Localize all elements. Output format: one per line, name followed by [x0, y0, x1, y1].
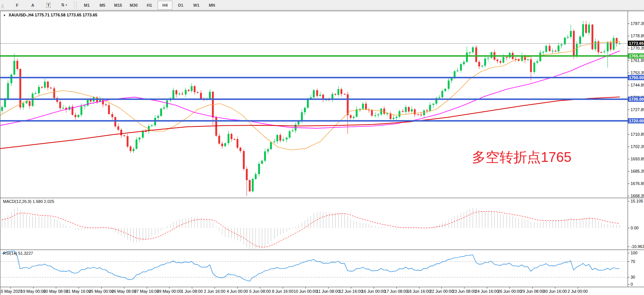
level-price-tag: 1720.00 [628, 118, 644, 123]
axis-tick-mark [628, 159, 629, 159]
symbol-ohlc-text: XAUUSD-,H4 1775.71 1776.58 1773.65 1773.… [9, 13, 98, 17]
axis-tick-mark [628, 284, 629, 285]
axis-tick-mark [628, 253, 629, 253]
axis-tick-mark [628, 48, 629, 48]
price-tick-label: 1693.85 [631, 157, 644, 161]
price-tick-label: 1761.85 [631, 58, 644, 63]
time-tick-mark [101, 287, 102, 289]
arrow-tool-button[interactable]: A [25, 1, 40, 10]
text-tool-button-icon: T [46, 3, 51, 8]
axis-tick-mark [628, 23, 629, 24]
time-tick-mark [555, 287, 555, 289]
macd-indicator-label: MACD(12,26,9) 1.680 2.025 [3, 199, 54, 204]
time-tick-mark [328, 287, 329, 289]
level-price-tag: 1765.00 [628, 53, 644, 59]
chart-text-annotation[interactable]: 多空转折点1765 [472, 148, 571, 167]
time-tick-mark [147, 287, 147, 289]
time-tick-label: 2 Jul 00:00 [563, 289, 592, 294]
time-tick-mark [351, 287, 351, 289]
axis-tick-mark [628, 277, 629, 277]
current-price-tag: 1773.65 [628, 41, 644, 46]
time-tick-mark [464, 287, 464, 289]
price-tick-label: 1676.85 [631, 181, 644, 186]
timeframe-button-h1[interactable]: H1 [142, 1, 157, 10]
main-chart-canvas[interactable] [0, 11, 628, 198]
time-tick-mark [33, 287, 34, 289]
toolbar-drag-grip[interactable]: ⣿ [1, 2, 8, 8]
price-tick-label: 1753.35 [631, 70, 644, 75]
macd-axis-zero-label: 0.00 [631, 226, 638, 230]
axis-tick-mark [628, 183, 629, 184]
timeframe-button-m30[interactable]: M30 [126, 1, 141, 10]
time-tick-mark [192, 287, 192, 289]
axis-tick-mark [628, 196, 629, 196]
arrow-style-button[interactable]: ⇅▾ [57, 1, 72, 10]
timeframe-button-m5[interactable]: M5 [95, 1, 110, 10]
time-tick-mark [237, 287, 238, 289]
timeframe-button-h4[interactable]: H4 [158, 1, 172, 10]
time-tick-mark [578, 287, 578, 289]
axis-tick-mark [628, 171, 629, 172]
text-tool-button[interactable]: T [41, 1, 56, 10]
axis-tick-mark [628, 110, 629, 110]
price-tick-label: 1727.85 [631, 107, 644, 112]
rsi-panel-separator-light [0, 250, 644, 250]
time-tick-mark [56, 287, 56, 289]
timeframe-button-mn[interactable]: MN [204, 1, 219, 10]
macd-panel-canvas[interactable] [0, 198, 628, 249]
time-tick-mark [441, 287, 442, 289]
rsi-indicator-label: RSI(14) 51.3227 [3, 251, 33, 255]
macd-panel-separator-light [0, 198, 644, 198]
rsi-axis-100-label: 100 [631, 251, 637, 255]
axis-tick-mark [628, 261, 629, 262]
axis-tick-mark [628, 201, 629, 201]
rsi-axis-30-label: 30 [631, 275, 635, 279]
top-toolbar: ⣿FAT⇅▾M1M5M15M30H1H4D1W1MN [0, 0, 644, 10]
price-tick-label: 1744.85 [631, 83, 644, 87]
axis-tick-mark [628, 73, 629, 73]
price-scale: 1787.351778.851770.351761.851753.351744.… [628, 11, 644, 287]
time-tick-mark [10, 287, 11, 289]
profiles-button[interactable]: F [10, 1, 25, 10]
price-tick-label: 1710.85 [631, 132, 644, 136]
axis-tick-mark [628, 134, 629, 135]
price-tick-label: 1778.85 [631, 34, 644, 38]
time-tick-mark [419, 287, 419, 289]
time-tick-mark [79, 287, 79, 289]
time-tick-mark [260, 287, 260, 289]
level-price-tag: 1735.00 [628, 97, 644, 102]
timeframe-button-m1[interactable]: M1 [79, 1, 94, 10]
time-tick-mark [396, 287, 397, 289]
rsi-axis-70-label: 70 [631, 259, 635, 264]
symbol-title[interactable]: ▼ XAUUSD-,H4 1775.71 1776.58 1773.65 177… [3, 13, 98, 17]
dropdown-caret-icon[interactable]: ▾ [66, 3, 67, 7]
rsi-panel-canvas[interactable] [0, 250, 628, 286]
price-tick-label: 1702.35 [631, 144, 644, 149]
arrow-style-button-icon: ⇅ [61, 3, 64, 7]
price-tick-label: 1770.35 [631, 46, 644, 50]
arrow-tool-button-icon: A [31, 3, 34, 7]
chevron-down-icon[interactable]: ▼ [3, 14, 6, 17]
macd-axis-max-label: 15.105 [631, 199, 643, 203]
timeframe-button-w1[interactable]: W1 [189, 1, 204, 10]
axis-tick-mark [628, 60, 629, 61]
time-tick-mark [305, 287, 306, 289]
chart-window: ▼ XAUUSD-,H4 1775.71 1776.58 1773.65 177… [0, 11, 644, 295]
axis-tick-mark [628, 228, 629, 228]
time-tick-mark [374, 287, 374, 289]
time-tick-mark [124, 287, 124, 289]
timeframe-button-d1[interactable]: D1 [173, 1, 188, 10]
time-tick-mark [215, 287, 215, 289]
macd-axis-min-label: -10.963 [631, 244, 644, 249]
axis-tick-mark [628, 247, 629, 247]
timeframe-button-m15[interactable]: M15 [111, 1, 126, 10]
time-tick-mark [169, 287, 169, 289]
axis-tick-mark [628, 147, 629, 147]
time-scale: 15 May 202019 May 00:0020 May 08:0021 Ma… [0, 287, 644, 295]
price-tick-label: 1787.35 [631, 21, 644, 26]
axis-tick-mark [628, 36, 629, 36]
time-tick-mark [532, 287, 533, 289]
level-price-tag: 1750.00 [628, 75, 644, 80]
axis-tick-mark [628, 85, 629, 85]
time-tick-mark [487, 287, 487, 289]
